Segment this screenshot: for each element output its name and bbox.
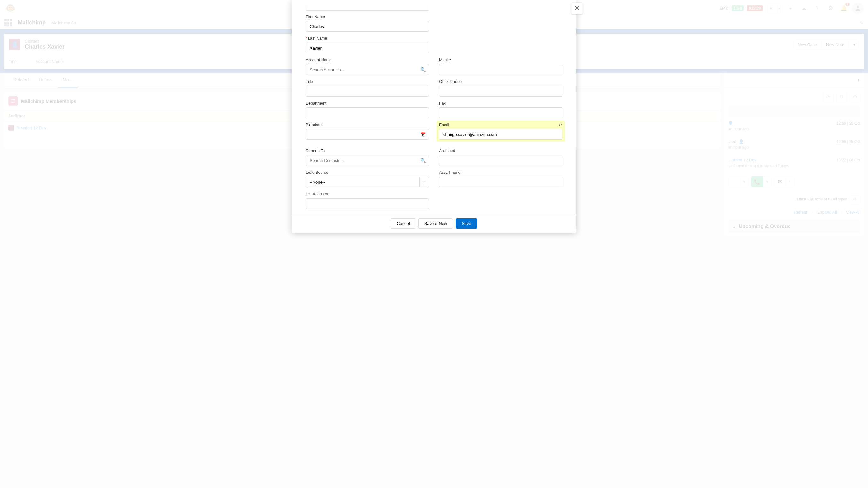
asst-phone-field[interactable] [439, 177, 562, 187]
birthdate-label: Birthdate [306, 123, 429, 127]
department-label: Department [306, 101, 429, 105]
account-name-label: Account Name [306, 58, 429, 62]
department-field[interactable] [306, 108, 429, 118]
save-and-new-button[interactable]: Save & New [418, 218, 454, 229]
calendar-icon[interactable]: 📅 [420, 132, 426, 137]
email-custom-field[interactable] [306, 198, 429, 209]
save-button[interactable]: Save [456, 218, 477, 229]
lead-source-select[interactable] [306, 177, 420, 187]
last-name-label: *Last Name [306, 36, 429, 41]
mobile-field[interactable] [439, 64, 562, 75]
account-name-lookup[interactable] [306, 64, 429, 75]
assistant-label: Assistant [439, 149, 562, 153]
assistant-field[interactable] [439, 155, 562, 166]
fax-label: Fax [439, 101, 562, 105]
cancel-button[interactable]: Cancel [391, 218, 415, 229]
asst-phone-label: Asst. Phone [439, 170, 562, 175]
other-phone-label: Other Phone [439, 80, 562, 84]
email-label: Email↶ [439, 123, 562, 127]
email-field[interactable] [439, 129, 562, 140]
title-field[interactable] [306, 86, 429, 97]
title-field-label: Title [306, 80, 429, 84]
first-name-label: First Name [306, 14, 429, 19]
mobile-label: Mobile [439, 58, 562, 62]
first-name-field[interactable] [306, 21, 429, 32]
lead-source-label: Lead Source [306, 170, 429, 175]
undo-icon[interactable]: ↶ [559, 123, 562, 128]
email-custom-label: Email Custom [306, 192, 429, 196]
edit-contact-modal: ✕ First Name *Last Name Account Name 🔍 [292, 0, 576, 233]
other-phone-field[interactable] [439, 86, 562, 97]
search-icon: 🔍 [420, 67, 426, 72]
reports-to-lookup[interactable] [306, 155, 429, 166]
search-icon: 🔍 [420, 158, 426, 163]
last-name-field[interactable] [306, 42, 429, 53]
close-modal-button[interactable]: ✕ [571, 3, 583, 14]
lead-source-dropdown-trigger[interactable]: ▾ [420, 177, 429, 187]
fax-field[interactable] [439, 108, 562, 118]
reports-to-label: Reports To [306, 149, 429, 153]
birthdate-field[interactable] [306, 129, 429, 140]
